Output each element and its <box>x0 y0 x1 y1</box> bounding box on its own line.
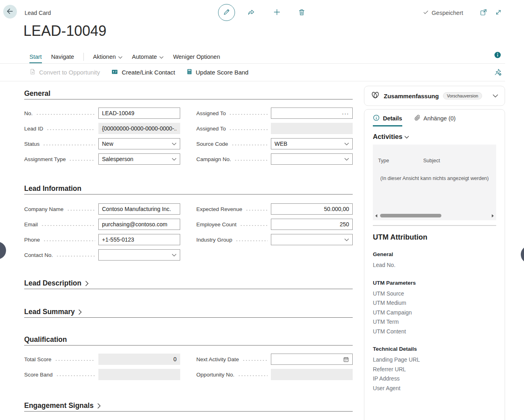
scroll-right-arrow[interactable] <box>492 214 494 217</box>
checkmark-icon <box>423 9 429 17</box>
activities-header[interactable]: Activities <box>373 133 496 141</box>
back-button[interactable] <box>3 5 17 19</box>
chevron-down-icon <box>159 54 164 60</box>
field-row: Company Name Contoso Manufacturing Inc. <box>24 203 180 215</box>
utm-field-lead-no: Lead No. <box>373 261 496 270</box>
save-status: Gespeichert <box>423 9 463 17</box>
column-header-subject[interactable]: Subject <box>423 158 440 163</box>
field-label: Expected Revenue <box>196 206 242 212</box>
contact-no-select[interactable] <box>98 249 180 261</box>
field-row: No. LEAD-10049 <box>24 108 180 119</box>
field-row: Lead ID {00000000-0000-0000-0000-... <box>24 123 180 134</box>
chevron-down-icon <box>172 143 177 145</box>
dotted-leader <box>56 255 95 257</box>
status-select[interactable]: New <box>98 138 180 149</box>
right-edge-button[interactable] <box>521 246 524 263</box>
section-lead-information: Lead Information Company Name Contoso Ma… <box>24 184 353 265</box>
opportunity-no-field <box>271 369 353 380</box>
company-name-field[interactable]: Contoso Manufacturing Inc. <box>98 203 180 215</box>
scrollbar-thumb[interactable] <box>380 214 441 217</box>
field-label: Phone <box>24 237 40 243</box>
utm-field-campaign: UTM Campaign <box>373 308 496 318</box>
section-qualification: Qualification Total Score 0 Score Band N… <box>24 335 353 384</box>
chevron-down-icon[interactable] <box>493 94 498 98</box>
field-row: Status New <box>24 138 180 149</box>
menu-start[interactable]: Start <box>29 50 42 63</box>
chevron-down-icon <box>404 133 409 141</box>
edit-button[interactable] <box>218 4 235 21</box>
chevron-down-icon <box>344 158 349 161</box>
delete-button[interactable] <box>298 8 306 17</box>
employee-count-field[interactable]: 250 <box>271 219 353 230</box>
column-header-type[interactable]: Type <box>378 158 423 163</box>
tab-attachments[interactable]: Anhänge (0) <box>414 114 456 126</box>
section-engagement-signals: Engagement Signals <box>24 401 353 412</box>
section-lead-description-title[interactable]: Lead Description <box>24 279 353 289</box>
back-arrow-icon <box>6 7 14 17</box>
unpin-button[interactable] <box>494 68 502 77</box>
field-row: Source Code WEB <box>196 138 353 149</box>
menu-aktionen[interactable]: Aktionen <box>93 50 123 63</box>
calendar-icon[interactable] <box>343 356 349 362</box>
assigned-to-field[interactable]: ··· <box>271 108 353 119</box>
paperclip-icon <box>414 115 420 122</box>
section-lead-summary-title[interactable]: Lead Summary <box>24 307 353 318</box>
dotted-leader <box>235 240 268 242</box>
field-label: Status <box>24 141 40 147</box>
field-label: Assignment Type <box>24 156 66 162</box>
scroll-left-arrow[interactable] <box>375 214 377 217</box>
menu-weniger-optionen[interactable]: Weniger Optionen <box>173 50 220 63</box>
assigned-to-name-field <box>271 123 353 134</box>
update-score-band-button[interactable]: Update Score Band <box>186 68 249 77</box>
section-engagement-signals-title[interactable]: Engagement Signals <box>24 401 353 412</box>
lead-id-field: {00000000-0000-0000-0000-... <box>98 123 180 134</box>
tab-details[interactable]: Details <box>373 114 402 126</box>
phone-field[interactable]: +1-555-0123 <box>98 234 180 245</box>
info-outline-icon <box>373 114 380 122</box>
menu-automate[interactable]: Automate <box>132 50 164 63</box>
field-label: Employee Count <box>196 221 237 228</box>
section-lead-summary: Lead Summary <box>24 307 353 318</box>
open-in-window-button[interactable] <box>480 8 487 17</box>
field-row: Employee Count 250 <box>196 219 353 230</box>
activities-list: Type Subject (In dieser Ansicht kann nic… <box>373 145 496 220</box>
email-field[interactable]: purchasing@contoso.com <box>98 219 180 230</box>
dotted-leader <box>43 240 95 242</box>
share-button[interactable] <box>247 8 256 18</box>
score-band-field <box>98 369 180 380</box>
dotted-leader <box>67 209 95 211</box>
group-title: UTM Parameters <box>373 280 496 286</box>
convert-to-opportunity-button[interactable]: Convert to Opportunity <box>29 68 100 77</box>
section-general: General No. LEAD-10049 Lead ID {00000000… <box>24 89 353 169</box>
field-row: Phone +1-555-0123 <box>24 234 180 245</box>
assist-edit-button[interactable]: ··· <box>342 110 349 116</box>
industry-group-select[interactable] <box>271 234 353 245</box>
card-content: General No. LEAD-10049 Lead ID {00000000… <box>24 89 353 412</box>
source-code-select[interactable]: WEB <box>271 138 353 149</box>
copilot-summary-card[interactable]: Zusammenfassung Vorschauversion <box>364 86 505 106</box>
horizontal-scrollbar[interactable] <box>374 214 495 218</box>
chevron-down-icon <box>172 254 177 257</box>
trash-icon <box>298 8 306 17</box>
expected-revenue-field[interactable]: 50.000,00 <box>271 203 353 215</box>
fullscreen-button[interactable] <box>495 8 502 17</box>
save-status-label: Gespeichert <box>432 10 463 16</box>
details-card: Details Anhänge (0) Activities Type <box>364 109 505 420</box>
field-row: Next Activity Date <box>196 354 353 365</box>
left-edge-button[interactable] <box>0 242 6 259</box>
section-qualification-title[interactable]: Qualification <box>24 335 353 346</box>
no-field[interactable]: LEAD-10049 <box>98 108 180 119</box>
menu-navigate[interactable]: Navigate <box>51 50 74 63</box>
new-button[interactable] <box>273 8 281 17</box>
info-button[interactable] <box>494 52 501 60</box>
assignment-type-select[interactable]: Salesperson <box>98 153 180 165</box>
utm-group-parameters: UTM Parameters UTM Source UTM Medium UTM… <box>373 280 496 337</box>
section-lead-information-title[interactable]: Lead Information <box>24 184 353 194</box>
create-link-contact-button[interactable]: Create/Link Contact <box>111 68 175 77</box>
next-activity-date-field[interactable] <box>271 354 353 365</box>
share-icon <box>247 8 256 18</box>
contact-card-icon <box>111 68 119 77</box>
campaign-no-select[interactable] <box>271 153 353 165</box>
field-label: Assigned To <box>196 126 226 132</box>
section-general-title[interactable]: General <box>24 89 353 99</box>
